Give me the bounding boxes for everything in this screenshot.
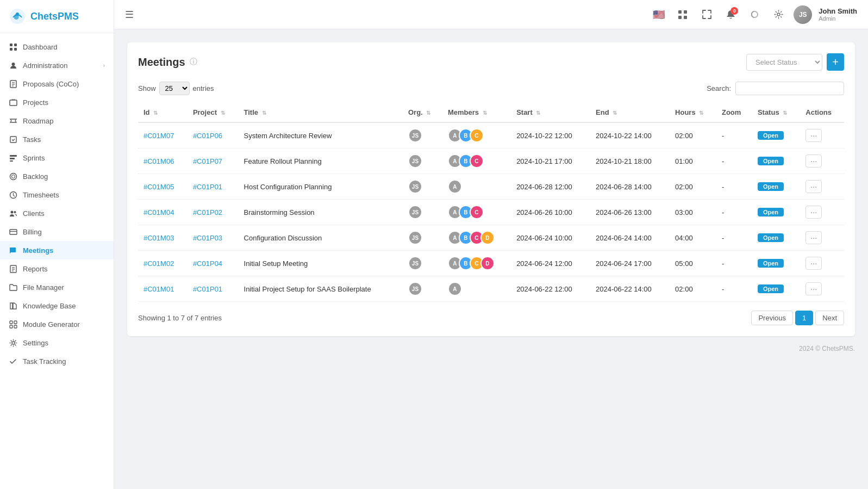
table-controls: Show 25 10 50 100 entries Search: — [138, 82, 844, 95]
actions-button[interactable]: ··· — [805, 257, 822, 270]
status-badge: Open — [758, 259, 784, 268]
add-meeting-button[interactable]: + — [827, 53, 844, 71]
sidebar-item-proposals[interactable]: Proposals (CoCo) — [0, 75, 114, 93]
sidebar-item-label-sprints: Sprints — [23, 154, 105, 162]
cell-zoom: - — [716, 122, 752, 148]
project-link[interactable]: #C01P06 — [193, 132, 222, 140]
sort-end-icon: ⇅ — [613, 110, 617, 116]
sidebar-item-file-manager[interactable]: File Manager — [0, 278, 114, 296]
project-link[interactable]: #C01P07 — [193, 157, 222, 165]
meeting-id-link[interactable]: #C01M02 — [143, 259, 174, 268]
user-avatar[interactable]: JS — [794, 5, 812, 24]
status-badge: Open — [758, 233, 784, 242]
cell-title: Feature Rollout Planning — [239, 148, 403, 174]
meetings-table: Id ⇅ Project ⇅ Title ⇅ Org. ⇅ Members ⇅ … — [138, 103, 844, 302]
user-role: Admin — [819, 15, 857, 22]
gear-icon[interactable] — [770, 6, 787, 23]
col-project[interactable]: Project ⇅ — [188, 103, 239, 122]
sidebar-item-administration[interactable]: Administration › — [0, 56, 114, 75]
entries-per-page-select[interactable]: 25 10 50 100 — [159, 82, 190, 95]
sidebar-item-sprints[interactable]: Sprints — [0, 148, 114, 167]
cell-project: #C01P02 — [188, 200, 239, 225]
sidebar-item-task-tracking[interactable]: Task Tracking — [0, 352, 114, 370]
actions-button[interactable]: ··· — [805, 180, 822, 193]
actions-button[interactable]: ··· — [805, 154, 822, 168]
previous-button[interactable]: Previous — [751, 311, 793, 325]
fullscreen-icon[interactable] — [698, 6, 715, 23]
cell-id: #C01M01 — [138, 276, 188, 302]
sidebar-item-meetings[interactable]: Meetings — [0, 241, 114, 259]
apps-icon[interactable] — [674, 6, 691, 23]
clients-icon — [9, 209, 17, 218]
cell-end: 2024-10-22 14:00 — [590, 122, 670, 148]
cell-project: #C01P01 — [188, 174, 239, 200]
sidebar-item-label-knowledge-base: Knowledge Base — [23, 302, 105, 310]
meeting-id-link[interactable]: #C01M05 — [143, 183, 174, 191]
cell-members: ABC — [442, 148, 511, 174]
cell-zoom: - — [716, 174, 752, 200]
col-start[interactable]: Start ⇅ — [511, 103, 590, 122]
col-members[interactable]: Members ⇅ — [442, 103, 511, 122]
project-link[interactable]: #C01P01 — [193, 285, 222, 293]
project-link[interactable]: #C01P04 — [193, 259, 222, 268]
sidebar-item-label-settings: Settings — [23, 339, 105, 347]
meeting-id-link[interactable]: #C01M04 — [143, 208, 174, 216]
sidebar-item-billing[interactable]: Billing — [0, 222, 114, 241]
select-status-dropdown[interactable]: Select Status Open Closed — [746, 54, 822, 71]
info-icon[interactable]: ⓘ — [190, 57, 197, 67]
search-input[interactable] — [735, 82, 844, 95]
sidebar-item-label-file-manager: File Manager — [23, 283, 105, 292]
sort-start-icon: ⇅ — [536, 110, 540, 116]
col-title[interactable]: Title ⇅ — [239, 103, 403, 122]
sidebar-item-clients[interactable]: Clients — [0, 204, 114, 222]
svg-rect-2 — [10, 44, 13, 46]
col-hours[interactable]: Hours ⇅ — [670, 103, 716, 122]
actions-button[interactable]: ··· — [805, 129, 822, 142]
project-link[interactable]: #C01P02 — [193, 208, 222, 216]
meeting-id-link[interactable]: #C01M06 — [143, 157, 174, 165]
col-status[interactable]: Status ⇅ — [752, 103, 800, 122]
cell-members: ABCD — [442, 251, 511, 276]
sidebar-item-reports[interactable]: Reports — [0, 259, 114, 278]
main-area: ☰ 🇺🇸 0 JS John Smith Admin — [114, 0, 868, 489]
cell-actions: ··· — [800, 251, 844, 276]
actions-button[interactable]: ··· — [805, 206, 822, 219]
table-row: #C01M04 #C01P02 Brainstorming Session JS… — [138, 200, 844, 225]
meeting-id-link[interactable]: #C01M07 — [143, 132, 174, 140]
sidebar-item-timesheets[interactable]: Timesheets — [0, 185, 114, 204]
meeting-id-link[interactable]: #C01M01 — [143, 285, 174, 293]
cell-hours: 03:00 — [670, 200, 716, 225]
actions-button[interactable]: ··· — [805, 282, 822, 295]
billing-icon — [9, 227, 17, 236]
hamburger-button[interactable]: ☰ — [125, 9, 134, 21]
sidebar-item-settings[interactable]: Settings — [0, 333, 114, 352]
col-org[interactable]: Org. ⇅ — [403, 103, 442, 122]
cell-start: 2024-06-28 12:00 — [511, 174, 590, 200]
flag-icon[interactable]: 🇺🇸 — [650, 6, 667, 23]
actions-button[interactable]: ··· — [805, 231, 822, 244]
topbar-user-info[interactable]: John Smith Admin — [819, 7, 857, 22]
col-id[interactable]: Id ⇅ — [138, 103, 188, 122]
col-end[interactable]: End ⇅ — [590, 103, 670, 122]
sidebar-item-dashboard[interactable]: Dashboard — [0, 38, 114, 56]
sidebar-item-roadmap[interactable]: Roadmap — [0, 112, 114, 130]
next-button[interactable]: Next — [815, 311, 844, 325]
sidebar-item-knowledge-base[interactable]: Knowledge Base — [0, 296, 114, 315]
notification-icon[interactable]: 0 — [722, 6, 739, 23]
sidebar: ChetsPMS Dashboard Administration › Prop… — [0, 0, 114, 489]
sidebar-item-module-generator[interactable]: Module Generator — [0, 315, 114, 333]
pagination-buttons: Previous 1 Next — [751, 311, 844, 325]
project-link[interactable]: #C01P03 — [193, 234, 222, 242]
dark-mode-icon[interactable] — [746, 6, 763, 23]
page-1-button[interactable]: 1 — [795, 311, 813, 325]
sidebar-item-projects[interactable]: Projects — [0, 93, 114, 112]
cell-zoom: - — [716, 276, 752, 302]
meeting-id-link[interactable]: #C01M03 — [143, 234, 174, 242]
knowledge-base-icon — [9, 301, 17, 310]
table-row: #C01M05 #C01P01 Host Configuration Plann… — [138, 174, 844, 200]
sidebar-item-tasks[interactable]: Tasks — [0, 130, 114, 148]
project-link[interactable]: #C01P01 — [193, 183, 222, 191]
sidebar-item-backlog[interactable]: Backlog — [0, 167, 114, 185]
sidebar-logo[interactable]: ChetsPMS — [0, 0, 114, 33]
svg-rect-35 — [684, 16, 687, 19]
